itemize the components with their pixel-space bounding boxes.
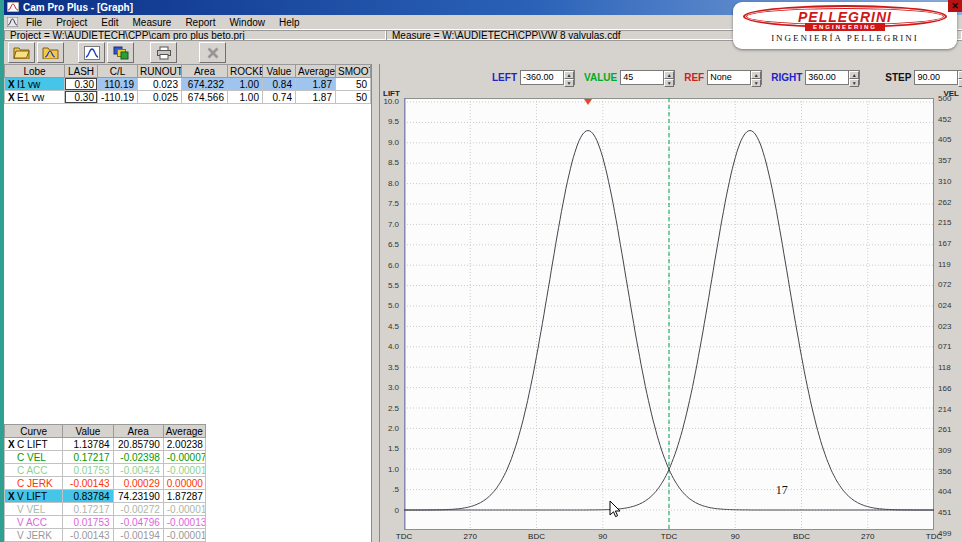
value-control-value[interactable]: 45 [621,71,663,84]
lobe-cell-runout[interactable]: 0.025 [138,91,182,104]
curve-row-v-lift[interactable]: XV LIFT0.8378474.231901.87287 [5,490,206,503]
ref-control-spin-up-icon[interactable]: ▲ [751,71,761,79]
curve-cell-area[interactable]: -0.00272 [113,503,163,516]
curve-cell-name[interactable]: V ACC [5,516,63,529]
lobe-cell-cl[interactable]: 110.19 [98,78,138,91]
curve-cell-value[interactable]: 0.17217 [63,503,113,516]
right-control-spin-down-icon[interactable]: ▼ [849,79,859,87]
curve-enabled-mark[interactable]: X [8,439,17,450]
curve-row-v-jerk[interactable]: V JERK-0.00143-0.00194-0.00001 [5,529,206,542]
curve-cell-value[interactable]: 1.13784 [63,438,113,451]
lobe-cell-value[interactable]: 0.84 [263,78,296,91]
lobe-cell-smoot[interactable]: 50 [336,91,371,104]
left-control-spin-down-icon[interactable]: ▼ [564,79,574,87]
graph-view-button[interactable] [78,42,105,63]
curve-enabled-mark[interactable]: X [8,491,17,502]
lobe-cell-area[interactable]: 674.232 [182,78,228,91]
curve-cell-average[interactable]: -0.00001 [163,464,205,477]
ref-control-spin-down-icon[interactable]: ▼ [751,79,761,87]
folder-data-icon [42,46,59,59]
lobe-cell-rocke[interactable]: 1.00 [228,78,263,91]
curve-cell-value[interactable]: 0.01753 [63,464,113,477]
vel-tick: 261 [938,425,951,434]
lobe-enabled-mark[interactable]: X [8,79,17,90]
close-measure-button[interactable] [199,42,226,63]
curve-cell-area[interactable]: 0.00029 [113,477,163,490]
lobe-cell-cl[interactable]: -110.19 [98,91,138,104]
vel-tick: 404 [938,487,951,496]
lobe-cell-average[interactable]: 1.87 [296,91,336,104]
curve-cell-name[interactable]: C ACC [5,464,63,477]
curve-cell-area[interactable]: 74.23190 [113,490,163,503]
step-control-value[interactable]: 90.00 [915,71,957,84]
panel-splitter[interactable] [372,64,380,542]
curve-cell-name[interactable]: XV LIFT [5,490,63,503]
curve-row-v-acc[interactable]: V ACC0.01753-0.04796-0.00013 [5,516,206,529]
curve-cell-average[interactable]: -0.00013 [163,516,205,529]
plot-area[interactable]: 17 [404,98,934,530]
lobe-cell-lash[interactable]: 0.30 [65,78,98,91]
right-control-spin-up-icon[interactable]: ▲ [849,71,859,79]
lobe-cell-area[interactable]: 674.566 [182,91,228,104]
curve-cell-name[interactable]: C VEL [5,451,63,464]
curve-cell-name[interactable]: C JERK [5,477,63,490]
curve-cell-name[interactable]: XC LIFT [5,438,63,451]
window-close-button[interactable]: ✕ [948,0,962,12]
curve-cell-value[interactable]: -0.00143 [63,477,113,490]
menu-edit[interactable]: Edit [94,17,125,28]
value-control-spin-down-icon[interactable]: ▼ [664,79,674,87]
print-button[interactable] [150,42,177,63]
ref-control-value[interactable]: None [708,71,750,84]
curve-cell-average[interactable]: 0.00000 [163,477,205,490]
lobe-cell-rocke[interactable]: 1.00 [228,91,263,104]
curve-cell-area[interactable]: -0.00194 [113,529,163,542]
curve-row-c-lift[interactable]: XC LIFT1.1378420.857902.00238 [5,438,206,451]
menu-report[interactable]: Report [178,17,222,28]
curve-cell-value[interactable]: -0.00143 [63,529,113,542]
lobe-cell-lobe[interactable]: XE1 vw [5,91,65,104]
curve-cell-name[interactable]: V JERK [5,529,63,542]
lobe-row-e1-vw[interactable]: XE1 vw0.30-110.190.025674.5661.000.741.8… [5,91,371,104]
curve-cell-name[interactable]: V VEL [5,503,63,516]
left-control-label: LEFT [492,72,517,83]
curve-cell-area[interactable]: -0.04796 [113,516,163,529]
curve-row-v-vel[interactable]: V VEL0.17217-0.00272-0.00001 [5,503,206,516]
menu-project[interactable]: Project [49,17,94,28]
curve-row-c-jerk[interactable]: C JERK-0.001430.000290.00000 [5,477,206,490]
open-measure-button[interactable] [37,42,64,63]
curve-cell-average[interactable]: -0.00001 [163,529,205,542]
curve-cell-average[interactable]: -0.00001 [163,503,205,516]
curve-cell-average[interactable]: -0.00007 [163,451,205,464]
step-control-box: 90.00▲▼ [914,70,962,85]
curve-cell-area[interactable]: 20.85790 [113,438,163,451]
curve-cell-value[interactable]: 0.17217 [63,451,113,464]
curve-cell-average[interactable]: 2.00238 [163,438,205,451]
lobe-cell-lash[interactable]: 0.30 [65,91,98,104]
lobe-row-i1-vw[interactable]: XI1 vw0.30110.190.023674.2321.000.841.87… [5,78,371,91]
left-control-spin-up-icon[interactable]: ▲ [564,71,574,79]
curve-cell-average[interactable]: 1.87287 [163,490,205,503]
open-project-button[interactable] [8,42,35,63]
right-control-value[interactable]: 360.00 [806,71,848,84]
curve-cell-value[interactable]: 0.83784 [63,490,113,503]
menu-file[interactable]: File [19,17,49,28]
step-control-spin-down-icon[interactable]: ▼ [958,79,962,87]
menu-help[interactable]: Help [272,17,307,28]
curve-cell-area[interactable]: -0.00424 [113,464,163,477]
lobe-cell-runout[interactable]: 0.023 [138,78,182,91]
curve-cell-value[interactable]: 0.01753 [63,516,113,529]
curve-cell-area[interactable]: -0.02398 [113,451,163,464]
menu-measure[interactable]: Measure [125,17,178,28]
value-control-spin-up-icon[interactable]: ▲ [664,71,674,79]
curve-row-c-acc[interactable]: C ACC0.01753-0.00424-0.00001 [5,464,206,477]
lobe-cell-smoot[interactable]: 50 [336,78,371,91]
step-control-spin-up-icon[interactable]: ▲ [958,71,962,79]
menu-window[interactable]: Window [222,17,272,28]
left-control-value[interactable]: -360.00 [521,71,563,84]
lobe-enabled-mark[interactable]: X [8,92,17,103]
lobe-cell-average[interactable]: 1.87 [296,78,336,91]
lobe-cell-lobe[interactable]: XI1 vw [5,78,65,91]
display-options-button[interactable] [107,42,134,63]
lobe-cell-value[interactable]: 0.74 [263,91,296,104]
curve-row-c-vel[interactable]: C VEL0.17217-0.02398-0.00007 [5,451,206,464]
